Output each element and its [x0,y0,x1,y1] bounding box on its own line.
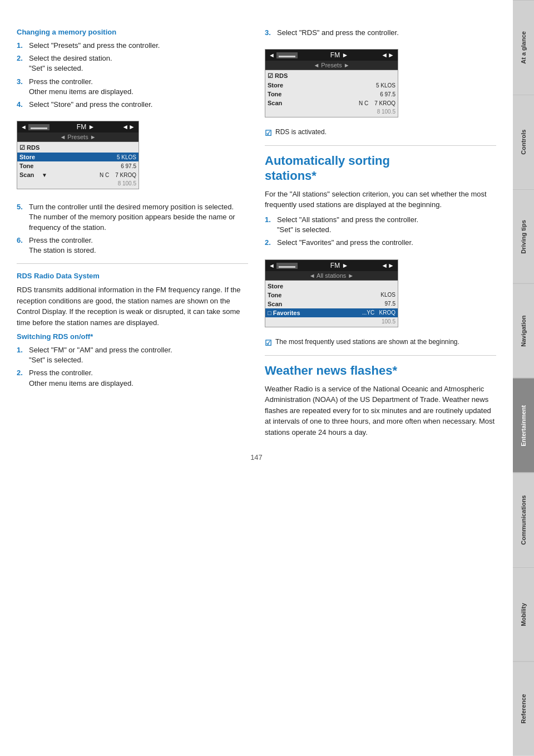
header-right-r2: ◄► [381,262,394,269]
header-fm-r2: FM ► [330,262,349,269]
step-3: 3. Press the controller.Other menu items… [17,77,248,97]
left-column: Changing a memory position 1. Select "Pr… [17,28,248,442]
sidebar-tab-controls[interactable]: Controls [513,95,534,189]
menu-r1-100: 8 100.5 [265,107,398,116]
sidebar-tab-driving-tips[interactable]: Driving tips [513,189,534,284]
screen-display-right-2: ◄ ▬▬▬ FM ► ◄► ◄ All stations ► Store Ton [265,259,398,327]
switching-step-1: 1. Select "FM" or "AM" and press the con… [17,345,248,365]
section-title-switching-rds: Switching RDS on/off* [17,332,248,341]
main-content: Changing a memory position 1. Select "Pr… [0,0,513,756]
menu-row-scan-1: Scan ▼ N C 7 KROQ [17,170,139,179]
right-column: 3. Select "RDS" and press the controller… [265,28,496,442]
step-5: 5. Turn the controller until the desired… [17,202,248,233]
menu-row-store-1: Store 5 KLOS [17,153,139,161]
menu-r1-store: Store 5 KLOS [265,81,398,90]
right-step-3: 3. Select "RDS" and press the controller… [265,28,496,38]
sidebar-tab-at-a-glance[interactable]: At a glance [513,0,534,95]
section-auto-sort: Automatically sortingstations* For the "… [265,154,496,347]
section-title-auto-sort: Automatically sortingstations* [265,154,496,183]
sidebar-tab-entertainment[interactable]: Entertainment [513,378,534,473]
header-left-1: ◄ ▬▬▬ [21,124,50,130]
menu-r1-rds: ☑ RDS [265,71,398,81]
sidebar-tab-navigation[interactable]: Navigation [513,283,534,378]
page-number: 147 [17,453,496,462]
step-6: 6. Press the controller.The station is s… [17,235,248,256]
screen-subheader-r2: ◄ All stations ► [265,271,398,281]
screen-header-1: ◄ ▬▬▬ FM ► ◄► [17,121,139,132]
header-right-1: ◄► [122,123,135,131]
rds-body: RDS transmits additional information in … [17,284,248,328]
sidebar: At a glanceControlsDriving tipsNavigatio… [513,0,534,756]
section-weather: Weather news flashes* Weather Radio is a… [265,364,496,438]
auto-sort-step-2: 2. Select "Favorites" and press the cont… [265,238,496,248]
header-fm-r1: FM ► [330,51,349,59]
steps-switching-rds: 1. Select "FM" or "AM" and press the con… [17,345,248,389]
step-1: 1. Select "Presets" and press the contro… [17,41,248,51]
section-title-changing-memory: Changing a memory position [17,28,248,36]
screen-header-r2: ◄ ▬▬▬ FM ► ◄► [265,260,398,271]
divider-2 [265,145,496,146]
menu-r2-scan: Scan 97.5 [265,300,398,308]
right-steps-1: 3. Select "RDS" and press the controller… [265,28,496,38]
screen-menu-r2: Store Tone KLOS Scan 97.5 [265,281,398,327]
auto-sort-steps: 1. Select "All stations" and press the c… [265,215,496,248]
menu-r2-100: 100.5 [265,317,398,326]
sidebar-tab-communications[interactable]: Communications [513,473,534,567]
weather-body: Weather Radio is a service of the Nation… [265,384,496,438]
screen-mockup-right-2: ◄ ▬▬▬ FM ► ◄► ◄ All stations ► Store Ton [265,254,398,333]
menu-r2-store: Store [265,282,398,291]
sidebar-tab-mobility[interactable]: Mobility [513,567,534,662]
steps-list-1: 1. Select "Presets" and press the contro… [17,41,248,110]
divider-1 [17,263,248,264]
menu-r2-favorites: □ Favorites ...YC KROQ [265,308,398,317]
menu-row-rds-1: ☑ RDS [17,143,139,153]
header-right-r1: ◄► [381,51,394,59]
header-fm-1: FM ► [77,123,95,131]
sidebar-tab-reference[interactable]: Reference [513,661,534,756]
screen-display-1: ◄ ▬▬▬ FM ► ◄► ◄ Presets ► ☑ RDS Store [17,121,139,189]
menu-row-tone-1: Tone 6 97.5 [17,161,139,170]
steps-list-2: 5. Turn the controller until the desired… [17,202,248,256]
screen-display-right-1: ◄ ▬▬▬ FM ► ◄► ◄ Presets ► ☑ RDS Store 5 … [265,49,398,117]
screen-subheader-1: ◄ Presets ► [17,132,139,142]
menu-r1-tone: Tone 6 97.5 [265,90,398,99]
divider-3 [265,355,496,356]
note-auto-sort: ☑ The most frequently used stations are … [265,338,496,347]
section-title-weather: Weather news flashes* [265,364,496,378]
screen-menu-r1: ☑ RDS Store 5 KLOS Tone 6 97.5 Scan [265,70,398,117]
section-rds: RDS Radio Data System RDS transmits addi… [17,272,248,389]
section-title-rds: RDS Radio Data System [17,272,248,280]
auto-sort-body: For the "All stations" selection criteri… [265,189,496,210]
menu-row-100-1: 8 100.5 [17,179,139,188]
screen-menu-1: ☑ RDS Store 5 KLOS Tone 6 97.5 [17,142,139,189]
switching-step-2: 2. Press the controller.Other menu items… [17,368,248,388]
step-4: 4. Select "Store" and press the controll… [17,100,248,110]
header-left-r1: ◄ ▬▬▬ [269,52,298,58]
header-left-r2: ◄ ▬▬▬ [269,262,298,269]
screen-mockup-right-1: ◄ ▬▬▬ FM ► ◄► ◄ Presets ► ☑ RDS Store 5 … [265,43,398,123]
screen-mockup-1: ◄ ▬▬▬ FM ► ◄► ◄ Presets ► ☑ RDS Store [17,115,139,195]
auto-sort-step-1: 1. Select "All stations" and press the c… [265,215,496,235]
screen-subheader-r1: ◄ Presets ► [265,61,398,70]
menu-r1-scan: Scan N C 7 KROQ [265,99,398,107]
menu-r2-tone: Tone KLOS [265,291,398,300]
step-2: 2. Select the desired station."Set" is s… [17,53,248,73]
screen-header-right-1: ◄ ▬▬▬ FM ► ◄► [265,50,398,61]
note-rds-activated: ☑ RDS is activated. [265,128,496,138]
section-changing-memory: Changing a memory position 1. Select "Pr… [17,28,248,256]
